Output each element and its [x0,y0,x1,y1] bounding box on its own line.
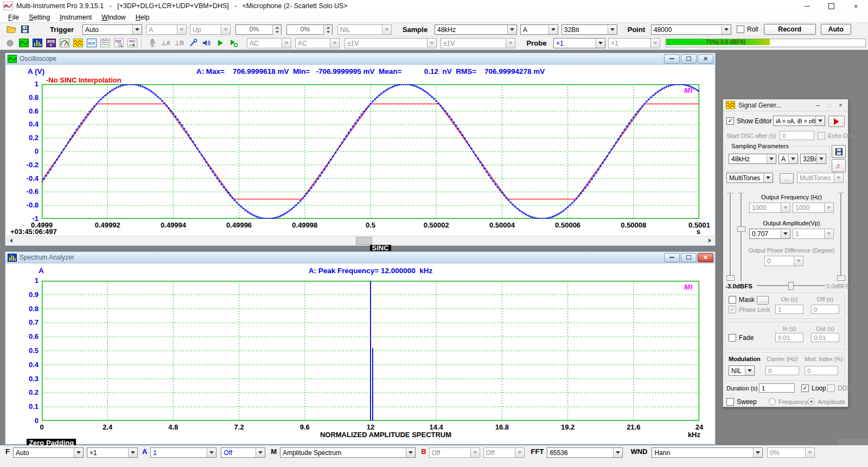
scroll-right-button[interactable] [706,236,714,245]
spin-up-icon[interactable] [273,25,281,30]
chevron-down-icon[interactable] [816,154,826,163]
waveform-a-combo[interactable]: MultiTones [726,173,773,183]
scroll-left-button[interactable] [6,236,15,245]
chevron-down-icon[interactable] [548,25,558,34]
coupling-b-combo[interactable]: AC [295,38,340,48]
sweep-frequency-radio[interactable]: Frequency [769,398,808,405]
open-file-button[interactable] [4,23,18,36]
siggen-music-button[interactable]: ♬ [832,159,846,172]
mask-checkbox[interactable]: Mask [729,296,755,304]
siggen-maximize-button[interactable]: □ [827,102,831,109]
routing-combo[interactable]: iA = oA, iB = oB [773,116,825,126]
carrier-input[interactable]: 0 [765,366,799,375]
scope-hscrollbar[interactable] [6,236,714,245]
checkbox-box[interactable] [737,26,744,33]
chevron-down-icon[interactable] [207,448,216,457]
chevron-down-icon[interactable] [74,448,83,457]
derived-data-overlay-button[interactable] [98,37,112,49]
checkbox-box[interactable] [726,398,734,406]
menu-setting[interactable]: Setting [24,13,55,22]
chevron-down-icon[interactable] [788,154,797,163]
chevron-down-icon[interactable] [650,39,660,48]
siggen-save-button[interactable] [832,145,846,158]
ddp-viewer-button[interactable]: DDP [112,37,125,49]
slider-thumb[interactable] [788,282,794,290]
record-button[interactable]: Record [764,24,816,35]
waveform-b-combo[interactable]: MultiTones [797,173,844,183]
trigger-delay-spinner[interactable]: 0% [286,24,333,35]
checkbox-box[interactable] [827,384,835,392]
record-indicator-button[interactable] [3,37,17,49]
chevron-down-icon[interactable] [613,448,622,457]
spectrum-titlebar[interactable]: Spectrum Analyzer ✕ [5,252,715,263]
oscilloscope-minimize-button[interactable] [664,54,680,64]
chevron-down-icon[interactable] [763,173,773,182]
gain-b-combo[interactable]: Off [429,447,480,458]
trigger-edge-combo[interactable]: Up [190,24,231,35]
chevron-down-icon[interactable] [596,39,605,48]
spin-down-icon[interactable] [324,30,332,35]
phase-lock-checkbox[interactable]: ✓Phase Lock [729,306,770,313]
chevron-down-icon[interactable] [507,25,516,34]
siggen-bits-combo[interactable]: 32Bit [800,154,826,164]
chevron-down-icon[interactable] [515,448,524,457]
chevron-down-icon[interactable] [722,25,731,34]
auto-button[interactable]: Auto [821,24,851,35]
analysis-mode-combo[interactable]: Amplitude Spectrum [280,447,416,458]
trigger-level-spinner[interactable]: 0% [235,24,282,35]
oscilloscope-restore-button[interactable] [681,54,697,64]
amplitude-b-combo[interactable]: 1 [793,229,834,239]
spectrum-plot[interactable] [42,281,699,421]
frequency-b-combo[interactable]: 1000 [793,203,834,213]
slider-thumb[interactable] [737,226,745,232]
trigger-mode-combo[interactable]: Auto [82,24,142,35]
chevron-down-icon[interactable] [128,448,137,457]
calibration-button[interactable] [186,37,200,49]
menu-window[interactable]: Window [97,13,130,22]
checkbox-box[interactable]: ✓ [801,384,809,392]
modulation-combo[interactable]: NIL [729,365,755,376]
range-b-combo[interactable]: ±1V [441,38,515,48]
close-button[interactable]: × [844,0,868,12]
siggen-rate-combo[interactable]: 48kHz [729,154,776,164]
fade-in-input[interactable]: 0.01 [775,333,803,342]
frequency-slider-a[interactable] [726,193,734,281]
run-button[interactable] [213,37,227,49]
chevron-down-icon[interactable] [824,229,833,238]
spectrum-minimize-button[interactable] [664,253,680,262]
chevron-down-icon[interactable] [382,25,391,34]
chevron-down-icon[interactable] [781,203,790,212]
fade-checkbox[interactable]: Fade [729,334,754,342]
chevron-down-icon[interactable] [330,39,339,48]
checkbox-box[interactable]: ✓ [726,117,734,125]
save-file-button[interactable] [18,23,31,36]
chevron-down-icon[interactable] [506,39,515,48]
frequency-a-combo[interactable]: 1000 [749,203,790,213]
slider-thumb[interactable] [726,275,735,281]
chevron-down-icon[interactable] [805,448,814,457]
radio-circle[interactable] [808,398,815,405]
chevron-down-icon[interactable] [781,229,790,238]
oscilloscope-button[interactable] [17,37,30,49]
mask-on-input[interactable]: 1 [775,305,803,314]
siggen-minimize-button[interactable]: – [816,102,820,109]
checkbox-box[interactable] [729,334,736,342]
run-output-button[interactable] [227,37,240,49]
mod-index-input[interactable]: 0 [805,366,838,375]
ref-a-combo[interactable]: Off [221,447,265,458]
mask-editor-button[interactable]: ... [757,296,769,305]
offset-a-button[interactable]: ⊥A [159,37,173,49]
sweep-amplitude-radio[interactable]: Amplitude [808,398,845,405]
checkbox-box[interactable] [818,132,825,140]
chevron-down-icon[interactable] [132,25,142,34]
spectrum-close-button[interactable]: ✕ [698,253,713,262]
frequency-axis-combo[interactable]: Auto [13,447,84,458]
oscilloscope-titlebar[interactable]: Oscilloscope ✕ [5,53,715,65]
menu-file[interactable]: File [3,13,24,22]
chevron-down-icon[interactable] [177,25,186,34]
range-a-combo[interactable]: ±1V [344,38,437,48]
sweep-checkbox[interactable]: Sweep [726,398,757,406]
trigger-source-combo[interactable]: A [146,24,187,35]
show-editor-checkbox[interactable]: ✓Show Editor [726,117,772,125]
chevron-down-icon[interactable] [834,173,843,182]
